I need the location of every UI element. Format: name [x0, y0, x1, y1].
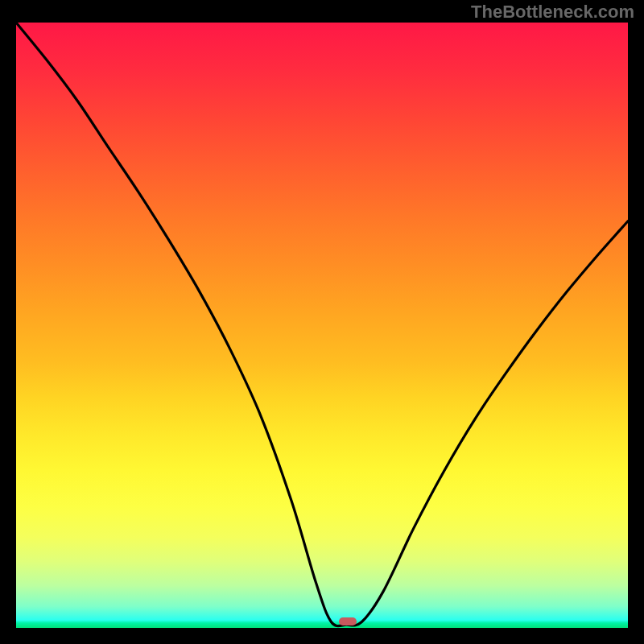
bottleneck-curve — [16, 23, 628, 628]
plot-area — [16, 23, 628, 628]
chart-frame: TheBottleneck.com — [0, 0, 644, 644]
curve-path — [16, 23, 628, 626]
minimum-marker — [339, 617, 357, 625]
watermark-text: TheBottleneck.com — [471, 2, 634, 23]
